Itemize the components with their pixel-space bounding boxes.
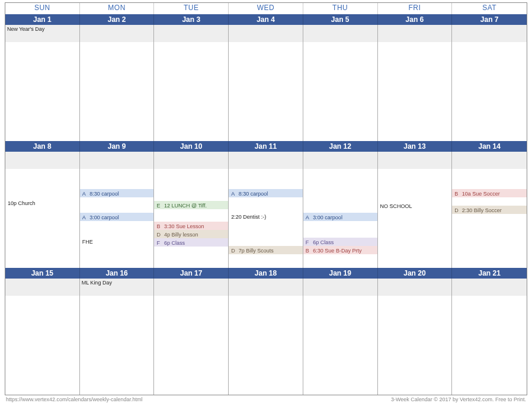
event-text: 6:30 Sue B-Day Prty	[312, 248, 362, 254]
day-cell[interactable]	[229, 25, 303, 141]
event-text: 6p Class	[312, 239, 334, 245]
day-cell[interactable]	[378, 25, 453, 141]
day-cell[interactable]: 10p Church	[5, 152, 80, 268]
event-code: B	[156, 223, 162, 230]
date-header: Jan 4	[229, 14, 303, 25]
event[interactable]: D 2:30 Billy Soccer	[452, 206, 527, 214]
weekday-fri: FRI	[378, 3, 453, 14]
event-text: 2:30 Billy Soccer	[460, 207, 502, 213]
event[interactable]: A 3:00 carpool	[80, 213, 154, 221]
weekday-header-row: SUNMONTUEWEDTHUFRISAT	[5, 3, 527, 14]
date-header: Jan 14	[452, 141, 527, 152]
day-cell[interactable]	[303, 25, 378, 141]
event[interactable]: B 10a Sue Soccer	[452, 189, 527, 197]
event[interactable]: F 6p Class	[303, 238, 377, 246]
weekday-sat: SAT	[452, 3, 527, 14]
timed-area: A 8:30 carpool2:20 Dentist :-)D 7p Billy…	[229, 169, 303, 268]
event-code: A	[82, 190, 88, 197]
date-header: Jan 9	[80, 141, 155, 152]
allday-area	[452, 25, 527, 42]
day-cell[interactable]	[229, 279, 303, 395]
timed-area	[5, 42, 79, 141]
allday-area	[452, 152, 527, 169]
date-header: Jan 17	[154, 268, 229, 279]
allday-area	[5, 279, 79, 296]
day-cell[interactable]	[154, 279, 229, 395]
allday-area	[378, 25, 452, 42]
weeks-container: Jan 1Jan 2Jan 3Jan 4Jan 5Jan 6Jan 7New Y…	[5, 14, 527, 395]
allday-area	[154, 25, 228, 42]
event[interactable]: B 3:30 Sue Lesson	[154, 222, 228, 230]
date-header: Jan 1	[5, 14, 80, 25]
allday-area	[378, 279, 452, 296]
day-cell[interactable]: New Year's Day	[5, 25, 80, 141]
timed-area	[303, 42, 377, 141]
timed-area	[378, 42, 452, 141]
date-header: Jan 19	[303, 268, 378, 279]
weekday-thu: THU	[303, 3, 378, 14]
event[interactable]: A 8:30 carpool	[229, 189, 303, 197]
event[interactable]: B 6:30 Sue B-Day Prty	[303, 246, 377, 254]
event[interactable]: A 3:00 carpool	[303, 213, 377, 221]
day-cell[interactable]: ML King Day	[80, 279, 155, 395]
event[interactable]: 10p Church	[5, 199, 79, 207]
day-cell[interactable]: E 12 LUNCH @ Tiff.B 3:30 Sue LessonD 4p …	[154, 152, 229, 268]
event[interactable]: D 4p Billy lesson	[154, 230, 228, 238]
day-cell[interactable]: A 8:30 carpoolA 3:00 carpool FHE	[80, 152, 155, 268]
footer-credit: 3-Week Calendar © 2017 by Vertex42.com. …	[391, 396, 526, 402]
footer: https://www.vertex42.com/calendars/weekl…	[5, 395, 527, 402]
day-cell[interactable]	[80, 25, 155, 141]
day-cell[interactable]	[5, 279, 80, 395]
day-cell[interactable]	[378, 279, 453, 395]
weekday-mon: MON	[80, 3, 155, 14]
event-text: 3:00 carpool	[88, 215, 119, 220]
allday-area	[229, 152, 303, 169]
event[interactable]: E 12 LUNCH @ Tiff.	[154, 201, 228, 209]
date-header: Jan 3	[154, 14, 229, 25]
footer-url: https://www.vertex42.com/calendars/weekl…	[6, 396, 143, 402]
allday-area: ML King Day	[80, 279, 154, 296]
event-text: 3:30 Sue Lesson	[162, 223, 204, 229]
event-text: 7p Billy Scouts	[237, 248, 274, 254]
day-cell[interactable]: NO SCHOOL	[378, 152, 453, 268]
day-cell[interactable]: B 10a Sue SoccerD 2:30 Billy Soccer	[452, 152, 527, 268]
event-code: A	[306, 214, 312, 221]
timed-area: A 8:30 carpoolA 3:00 carpool FHE	[80, 169, 154, 268]
day-cell[interactable]	[154, 25, 229, 141]
event[interactable]: A 8:30 carpool	[80, 189, 154, 197]
event-code: B	[306, 247, 312, 254]
event-code: D	[454, 207, 460, 214]
event-code: B	[454, 190, 460, 197]
day-cell[interactable]	[303, 279, 378, 395]
day-cell[interactable]	[452, 25, 527, 141]
event[interactable]: NO SCHOOL	[378, 202, 452, 210]
timed-area: B 10a Sue SoccerD 2:30 Billy Soccer	[452, 169, 527, 268]
date-header: Jan 18	[229, 268, 303, 279]
event-text: 10a Sue Soccer	[460, 191, 500, 197]
day-cell[interactable]: A 3:00 carpoolF 6p ClassB 6:30 Sue B-Day…	[303, 152, 378, 268]
allday-area	[303, 152, 377, 169]
event-text: 8:30 carpool	[88, 191, 119, 197]
date-header: Jan 10	[154, 141, 229, 152]
day-cell[interactable]	[452, 279, 527, 395]
allday-area	[154, 152, 228, 169]
week-2-cells: ML King Day	[5, 279, 527, 395]
event[interactable]: F 6p Class	[154, 238, 228, 247]
weekday-wed: WED	[229, 3, 303, 14]
timed-area: NO SCHOOL	[378, 169, 452, 268]
event[interactable]: D 7p Billy Scouts	[229, 246, 303, 254]
day-cell[interactable]: A 8:30 carpool2:20 Dentist :-)D 7p Billy…	[229, 152, 303, 268]
weekday-tue: TUE	[154, 3, 229, 14]
event-code: F	[306, 239, 312, 246]
timed-area	[154, 296, 228, 395]
date-header: Jan 2	[80, 14, 155, 25]
date-header: Jan 6	[378, 14, 453, 25]
date-header: Jan 7	[452, 14, 527, 25]
event[interactable]: 2:20 Dentist :-)	[229, 212, 303, 220]
event-text: 4p Billy lesson	[162, 232, 198, 238]
timed-area	[80, 296, 154, 395]
timed-area	[303, 296, 377, 395]
event[interactable]: FHE	[80, 237, 154, 245]
date-header: Jan 20	[378, 268, 453, 279]
week-0-date-row: Jan 1Jan 2Jan 3Jan 4Jan 5Jan 6Jan 7	[5, 14, 527, 25]
